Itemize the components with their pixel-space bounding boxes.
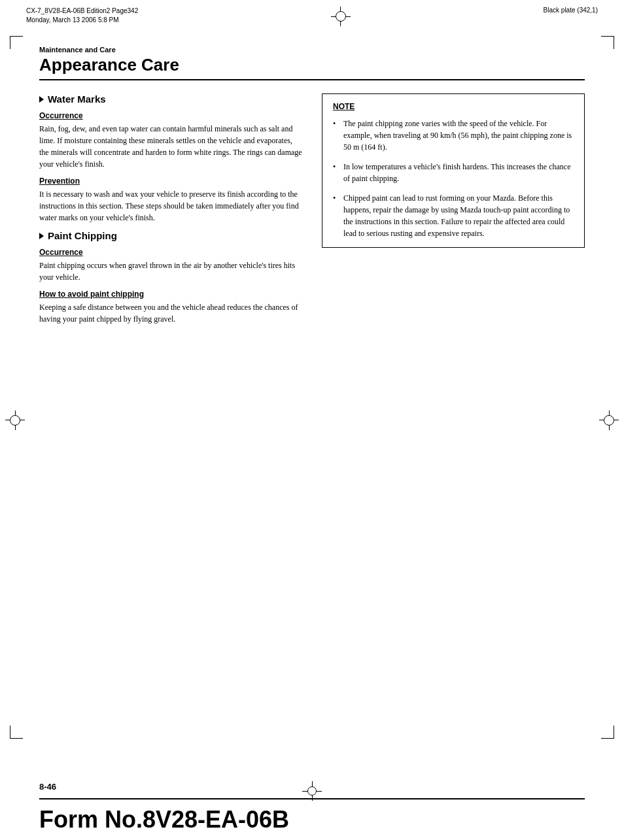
water-marks-section: Water Marks Occurrence Rain, fog, dew, a…	[39, 93, 302, 224]
note-item-1: The paint chipping zone varies with the …	[333, 118, 574, 153]
right-crosshair-circle	[604, 415, 614, 426]
corner-mark-br	[601, 726, 614, 739]
note-title: NOTE	[333, 102, 574, 111]
how-to-avoid-text: Keeping a safe distance between you and …	[39, 301, 302, 325]
form-number: Form No.8V28-EA-06B	[0, 799, 624, 840]
bottom-crosshair	[302, 781, 322, 801]
top-crosshair	[331, 7, 351, 26]
section-label: Maintenance and Care	[39, 46, 585, 54]
doc-info: CX-7_8V28-EA-06B Edition2 Page342 Monday…	[26, 7, 138, 25]
page-title: Appearance Care	[39, 55, 585, 75]
left-crosshair	[5, 411, 25, 430]
occurrence-heading-1: Occurrence	[39, 111, 302, 120]
content-area: Maintenance and Care Appearance Care Wat…	[0, 33, 624, 358]
occurrence-heading-2: Occurrence	[39, 248, 302, 257]
doc-line2: Monday, March 13 2006 5:8 PM	[26, 16, 138, 25]
left-column: Water Marks Occurrence Rain, fog, dew, a…	[39, 93, 302, 331]
bottom-crosshair-circle	[307, 786, 317, 796]
bottom-area: 8-46 Form No.8V28-EA-06B	[0, 775, 624, 840]
paint-chipping-section: Paint Chipping Occurrence Paint chipping…	[39, 230, 302, 325]
occurrence-text-1: Rain, fog, dew, and even tap water can c…	[39, 123, 302, 170]
page: CX-7_8V28-EA-06B Edition2 Page342 Monday…	[0, 0, 624, 840]
top-bar: CX-7_8V28-EA-06B Edition2 Page342 Monday…	[0, 0, 624, 26]
note-list: The paint chipping zone varies with the …	[333, 118, 574, 239]
side-crosshair-right	[599, 411, 619, 430]
doc-line1: CX-7_8V28-EA-06B Edition2 Page342	[26, 7, 138, 16]
prevention-heading: Prevention	[39, 176, 302, 186]
occurrence-text-2: Paint chipping occurs when gravel thrown…	[39, 260, 302, 283]
prevention-text: It is necessary to wash and wax your veh…	[39, 188, 302, 224]
note-item-2: In low temperatures a vehicle's finish h…	[333, 161, 574, 184]
right-column: NOTE The paint chipping zone varies with…	[322, 93, 585, 331]
water-marks-title: Water Marks	[48, 93, 106, 105]
two-col-layout: Water Marks Occurrence Rain, fog, dew, a…	[39, 93, 585, 331]
title-divider	[39, 79, 585, 80]
note-box: NOTE The paint chipping zone varies with…	[322, 93, 585, 248]
side-crosshair-left	[5, 411, 25, 430]
plate-info: Black plate (342,1)	[544, 7, 598, 14]
paint-chipping-title: Paint Chipping	[48, 230, 117, 241]
corner-mark-bl	[10, 726, 23, 739]
triangle-icon-1	[39, 96, 44, 103]
right-crosshair	[599, 411, 619, 430]
crosshair-circle	[336, 11, 346, 22]
how-to-avoid-heading: How to avoid paint chipping	[39, 290, 302, 299]
triangle-icon-2	[39, 233, 44, 239]
water-marks-heading: Water Marks	[39, 93, 302, 105]
paint-chipping-heading: Paint Chipping	[39, 230, 302, 241]
left-crosshair-circle	[10, 415, 20, 426]
top-crosshair-container	[331, 7, 351, 26]
note-item-3: Chipped paint can lead to rust forming o…	[333, 192, 574, 239]
